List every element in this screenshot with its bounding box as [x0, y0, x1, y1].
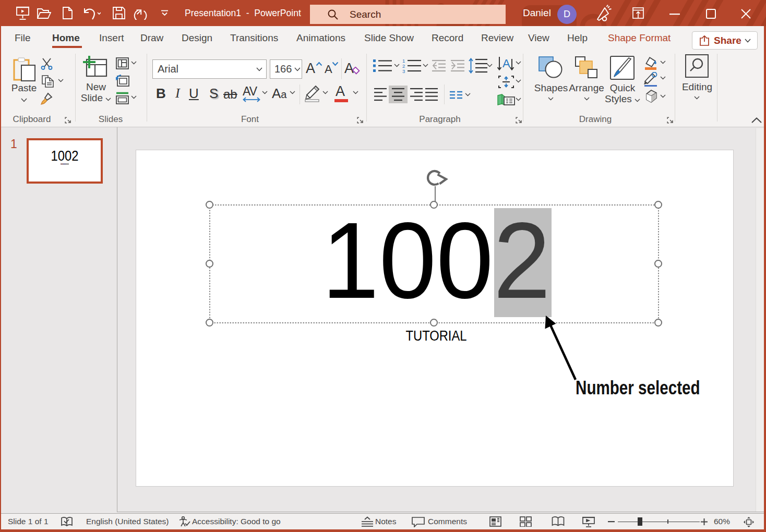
- svg-text:A: A: [502, 57, 510, 70]
- svg-text:3: 3: [402, 68, 405, 74]
